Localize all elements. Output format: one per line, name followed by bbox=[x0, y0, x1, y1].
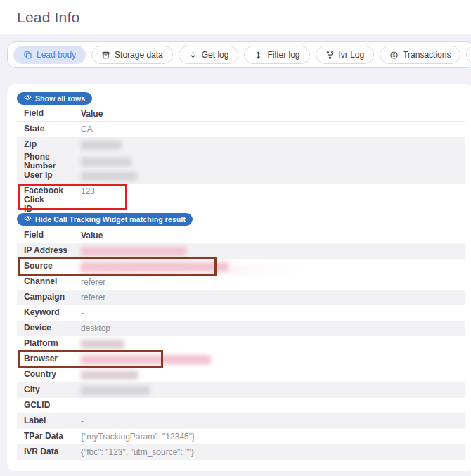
storage-icon bbox=[101, 51, 110, 60]
branch-icon bbox=[325, 51, 335, 60]
svg-text:$: $ bbox=[393, 52, 396, 57]
table-row-source: Source bbox=[17, 259, 465, 274]
tab-bar: Lead bodyStorage dataGet logFilter logIv… bbox=[7, 41, 471, 68]
hide-call-tracking-widget-button[interactable]: Hide Call Tracking Widget matching resul… bbox=[17, 213, 193, 226]
field-label: City bbox=[24, 385, 81, 394]
redacted-value-blur bbox=[81, 247, 186, 256]
tab-label: Get log bbox=[202, 50, 229, 60]
field-label: Keyword bbox=[24, 308, 81, 317]
tab-ivr-log[interactable]: Ivr Log bbox=[316, 46, 375, 64]
field-value: - bbox=[81, 308, 465, 318]
table-row-device: Devicedesktop bbox=[17, 321, 465, 336]
redacted-value-blur-fade bbox=[81, 264, 306, 274]
field-value bbox=[81, 369, 465, 379]
field-value bbox=[81, 261, 465, 271]
redacted-value-blur bbox=[81, 157, 131, 167]
field-label: Browser bbox=[24, 354, 81, 364]
field-value: {"fbc": "123", "utm_source": ""} bbox=[81, 447, 465, 457]
tab-label: Ivr Log bbox=[339, 50, 365, 60]
field-value: {"myTrackingParam": "12345"} bbox=[81, 432, 465, 442]
field-value: - bbox=[81, 416, 465, 426]
lead-fields-table: FieldValueStateCAZipPhone NumberUser IpF… bbox=[17, 107, 465, 210]
redacted-value-blur bbox=[81, 355, 211, 364]
table-row-keyword: Keyword- bbox=[17, 305, 465, 321]
field-label: Platform bbox=[24, 339, 81, 348]
field-value: 123 bbox=[81, 186, 465, 196]
table-row-gclid: GCLID- bbox=[17, 398, 465, 413]
download-icon bbox=[188, 51, 198, 60]
field-label: Facebook ClickID bbox=[24, 186, 81, 214]
field-value bbox=[81, 139, 465, 149]
table-row-campaign: Campaignreferer bbox=[17, 290, 465, 305]
table-row-state: StateCA bbox=[17, 122, 465, 137]
redacted-value-blur bbox=[81, 172, 137, 181]
value-column-header: Value bbox=[81, 231, 465, 240]
field-value bbox=[81, 385, 465, 394]
field-column-header: Field bbox=[24, 109, 81, 118]
field-label: Zip bbox=[24, 140, 81, 149]
tab-transactions[interactable]: $Transactions bbox=[380, 46, 460, 64]
tab-label: Filter log bbox=[267, 50, 299, 60]
table-row-zip: Zip bbox=[17, 137, 465, 153]
call-tracking-fields-table: FieldValueIP AddressSourceChannelreferer… bbox=[17, 229, 465, 460]
redacted-value-blur bbox=[81, 386, 150, 395]
field-value: referer bbox=[81, 292, 465, 302]
field-label: Source bbox=[24, 262, 81, 271]
field-value bbox=[81, 338, 465, 348]
tab-label: Storage data bbox=[115, 50, 163, 60]
tab-label: Lead body bbox=[37, 50, 76, 60]
field-value: CA bbox=[81, 124, 465, 134]
table-row-browser: Browser bbox=[17, 352, 465, 367]
field-value bbox=[81, 157, 465, 167]
tab-storage-data[interactable]: Storage data bbox=[91, 46, 173, 64]
tab-lead-body[interactable]: Lead body bbox=[13, 46, 86, 64]
show-all-rows-label: Show all rows bbox=[35, 94, 85, 103]
field-label: State bbox=[24, 124, 81, 134]
content-area: Lead bodyStorage dataGet logFilter logIv… bbox=[0, 34, 471, 476]
redacted-value-blur bbox=[81, 340, 124, 349]
table-row-platform: Platform bbox=[17, 336, 465, 352]
table-row-facebook-click-id: Facebook ClickID123 bbox=[17, 184, 465, 210]
table-header-row: FieldValue bbox=[17, 107, 465, 122]
table-row-ip-address: IP Address bbox=[17, 243, 465, 259]
field-label: IP Address bbox=[24, 246, 81, 255]
eye-icon bbox=[24, 214, 32, 224]
field-label: User Ip bbox=[24, 171, 81, 180]
table-row-channel: Channelreferer bbox=[17, 274, 465, 290]
table-header-row: FieldValue bbox=[17, 229, 465, 243]
tab-lead-settings[interactable]: Lead Settings bbox=[466, 46, 471, 64]
sort-icon bbox=[254, 51, 263, 60]
field-label: Campaign bbox=[24, 292, 81, 302]
field-label: Channel bbox=[24, 277, 81, 286]
field-label: Label bbox=[24, 416, 81, 425]
field-value: referer bbox=[81, 277, 465, 287]
table-row-label: Label- bbox=[17, 413, 465, 429]
tab-filter-log[interactable]: Filter log bbox=[244, 46, 309, 64]
redacted-value-blur bbox=[81, 371, 138, 380]
table-row-tpar-data: TPar Data{"myTrackingParam": "12345"} bbox=[17, 429, 465, 444]
table-row-phone-number: Phone Number bbox=[17, 153, 465, 168]
dollar-icon: $ bbox=[389, 51, 399, 60]
table-row-user-ip: User Ip bbox=[17, 168, 465, 184]
table-row-city: City bbox=[17, 382, 465, 398]
field-label: Country bbox=[24, 370, 81, 379]
tab-label: Transactions bbox=[403, 50, 451, 60]
field-value bbox=[81, 354, 465, 364]
show-all-rows-button[interactable]: Show all rows bbox=[17, 92, 92, 105]
copy-icon bbox=[23, 51, 32, 60]
redacted-value-blur bbox=[81, 141, 122, 150]
hide-call-tracking-widget-label: Hide Call Tracking Widget matching resul… bbox=[35, 215, 186, 224]
field-label: IVR Data bbox=[24, 447, 81, 456]
table-row-ivr-data: IVR Data{"fbc": "123", "utm_source": ""} bbox=[17, 444, 465, 460]
value-column-header: Value bbox=[81, 109, 465, 119]
field-label: Device bbox=[24, 323, 81, 333]
field-value: desktop bbox=[81, 323, 465, 333]
tab-get-log[interactable]: Get log bbox=[179, 46, 239, 64]
page-header: Lead Info bbox=[0, 0, 471, 34]
field-value bbox=[81, 170, 465, 180]
field-value: - bbox=[81, 401, 465, 411]
eye-icon bbox=[24, 94, 32, 103]
field-value bbox=[81, 245, 465, 255]
page-title: Lead Info bbox=[17, 9, 471, 26]
field-label: GCLID bbox=[24, 401, 81, 410]
